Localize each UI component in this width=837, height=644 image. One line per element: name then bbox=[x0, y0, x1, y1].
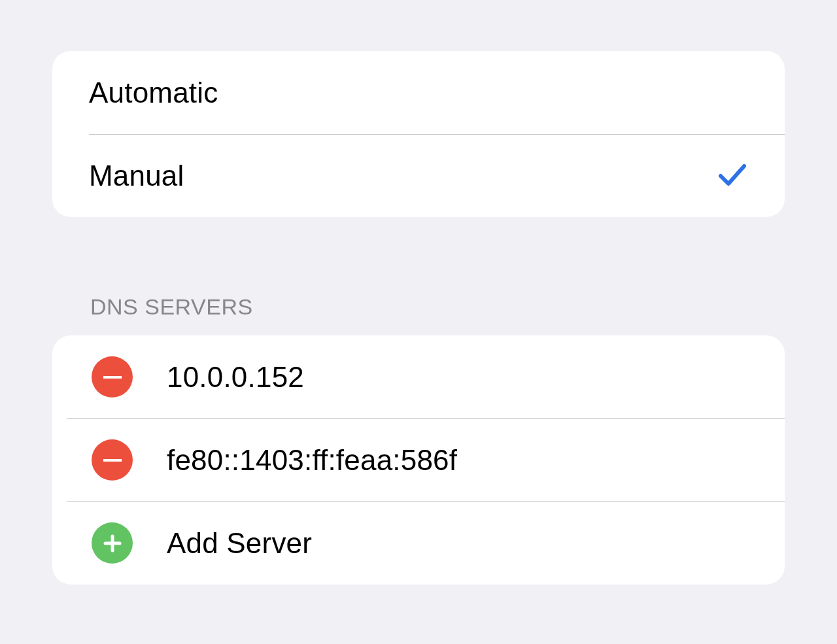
dns-servers-header: DNS SERVERS bbox=[52, 294, 785, 320]
add-server-row[interactable]: Add Server bbox=[52, 501, 785, 585]
dns-mode-label: Automatic bbox=[89, 76, 748, 109]
dns-server-address: 10.0.0.152 bbox=[167, 361, 304, 394]
dns-server-row[interactable]: fe80::1403:ff:feaa:586f bbox=[52, 418, 785, 501]
checkmark-icon bbox=[715, 158, 748, 194]
dns-server-row[interactable]: 10.0.0.152 bbox=[52, 335, 785, 418]
dns-mode-group: Automatic Manual bbox=[52, 51, 785, 217]
dns-servers-group: 10.0.0.152 fe80::1403:ff:feaa:586f Add S… bbox=[52, 335, 785, 585]
add-icon[interactable] bbox=[92, 522, 133, 564]
dns-mode-manual[interactable]: Manual bbox=[52, 134, 785, 217]
dns-server-address: fe80::1403:ff:feaa:586f bbox=[167, 444, 457, 477]
delete-icon[interactable] bbox=[92, 356, 133, 398]
delete-icon[interactable] bbox=[92, 439, 133, 481]
add-server-label: Add Server bbox=[167, 527, 312, 560]
dns-mode-label: Manual bbox=[89, 160, 715, 192]
dns-mode-automatic[interactable]: Automatic bbox=[52, 51, 785, 134]
